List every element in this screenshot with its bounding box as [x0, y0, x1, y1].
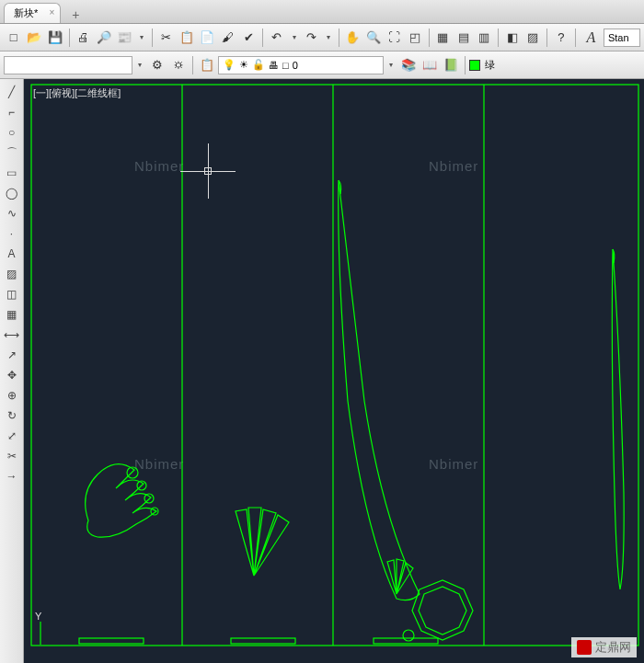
- trim-tool[interactable]: ✂: [3, 447, 21, 465]
- separator: [546, 29, 547, 47]
- svg-marker-8: [412, 580, 473, 640]
- tab-label: 新块*: [14, 6, 38, 20]
- settings-button[interactable]: ⚙: [147, 55, 167, 75]
- document-tab[interactable]: 新块* ×: [4, 3, 61, 23]
- point-tool[interactable]: ·: [3, 224, 21, 243]
- draw-toolbar: ╱ ⌐ ○ ⌒ ▭ ◯ ∿ · A ▨ ◫ ▦ ⟷ ↗ ✥ ⊕ ↻ ⤢ ✂ →: [0, 79, 24, 663]
- tab-bar: 新块* × +: [0, 0, 644, 24]
- scale-tool[interactable]: ⤢: [3, 427, 21, 445]
- dropdown-icon[interactable]: ▾: [135, 33, 148, 41]
- svg-rect-10: [79, 638, 144, 644]
- plot-button[interactable]: 📰: [115, 28, 135, 48]
- footer-logo-icon: [577, 640, 592, 655]
- layer-dropdown[interactable]: 💡 ☀ 🔓 🖶 □ 0: [218, 56, 384, 74]
- dropdown-icon[interactable]: ▾: [288, 33, 301, 41]
- layer-toolbar: ▾ ⚙ ⛭ 📋 💡 ☀ 🔓 🖶 □ 0 ▾ 📚 📖 📗 绿: [0, 51, 644, 79]
- drawing-canvas[interactable]: [一][俯视][二维线框] Nbimer Nbimer Nbimer Nbime…: [24, 79, 644, 663]
- text-style-input[interactable]: [604, 29, 640, 47]
- color-swatch[interactable]: [469, 60, 480, 71]
- redo-button[interactable]: ↷: [301, 28, 321, 48]
- circle-tool[interactable]: ○: [3, 123, 21, 142]
- svg-text:Y: Y: [35, 611, 42, 622]
- bulb-icon: 💡: [223, 59, 236, 71]
- line-tool[interactable]: ╱: [3, 83, 21, 101]
- svg-rect-12: [374, 638, 438, 644]
- dimension-tool[interactable]: ⟷: [3, 326, 21, 344]
- text-style-icon[interactable]: A: [580, 28, 603, 48]
- new-button[interactable]: □: [4, 28, 24, 48]
- print-button[interactable]: 🖨: [74, 28, 94, 48]
- separator: [465, 56, 466, 74]
- viewport-label[interactable]: [一][俯视][二维线框]: [33, 86, 121, 100]
- ellipse-tool[interactable]: ◯: [3, 184, 21, 202]
- footer-watermark: 定鼎网: [571, 637, 637, 657]
- lock-icon: 🔓: [252, 59, 265, 71]
- dropdown-icon[interactable]: ▾: [133, 61, 146, 69]
- hatch-button[interactable]: ▨: [523, 28, 544, 48]
- copy-button[interactable]: 📋: [177, 28, 197, 48]
- zoom-window-button[interactable]: ◰: [405, 28, 425, 48]
- block-tool[interactable]: ◫: [3, 285, 21, 303]
- separator: [262, 29, 263, 47]
- plot-icon: 🖶: [269, 60, 279, 71]
- layer-name: 0: [293, 60, 298, 71]
- command-input[interactable]: [4, 56, 132, 74]
- svg-rect-0: [31, 85, 638, 646]
- save-button[interactable]: 💾: [45, 28, 65, 48]
- hatch-tool[interactable]: ▨: [3, 265, 21, 283]
- extend-tool[interactable]: →: [3, 467, 21, 486]
- separator: [152, 29, 153, 47]
- pan-button[interactable]: ✋: [343, 28, 363, 48]
- undo-button[interactable]: ↶: [267, 28, 287, 48]
- cut-button[interactable]: ✂: [156, 28, 177, 48]
- svg-rect-11: [231, 638, 295, 644]
- table-tool[interactable]: ▦: [3, 305, 21, 324]
- rectangle-tool[interactable]: ▭: [3, 164, 21, 182]
- zoom-extents-button[interactable]: ⛶: [385, 28, 405, 48]
- separator: [498, 29, 499, 47]
- color-icon: □: [282, 60, 289, 71]
- separator: [429, 29, 430, 47]
- new-tab-button[interactable]: +: [66, 6, 85, 23]
- open-button[interactable]: 📂: [25, 28, 45, 48]
- help-button[interactable]: ?: [551, 28, 571, 48]
- spline-tool[interactable]: ∿: [3, 204, 21, 223]
- tool-palette-button[interactable]: ▥: [475, 28, 495, 48]
- layer-tool-3[interactable]: 📗: [441, 55, 461, 75]
- design-center-button[interactable]: ▤: [454, 28, 474, 48]
- svg-point-6: [144, 494, 154, 503]
- paste-button[interactable]: 📄: [198, 28, 218, 48]
- footer-text: 定鼎网: [595, 639, 631, 656]
- paint-button[interactable]: 🖌: [218, 28, 238, 48]
- match-button[interactable]: ✔: [239, 28, 259, 48]
- text-tool[interactable]: A: [3, 245, 21, 263]
- move-tool[interactable]: ✥: [3, 366, 21, 384]
- layer-tool-1[interactable]: 📚: [398, 55, 419, 75]
- workspace: ╱ ⌐ ○ ⌒ ▭ ◯ ∿ · A ▨ ◫ ▦ ⟷ ↗ ✥ ⊕ ↻ ⤢ ✂ → …: [0, 79, 644, 663]
- separator: [339, 29, 339, 47]
- svg-point-13: [403, 630, 414, 641]
- separator: [69, 29, 70, 47]
- main-toolbar: □ 📂 💾 🖨 🔎 📰 ▾ ✂ 📋 📄 🖌 ✔ ↶ ▾ ↷ ▾ ✋ 🔍 ⛶ ◰ …: [0, 24, 644, 51]
- zoom-button[interactable]: 🔍: [363, 28, 384, 48]
- layer-manager-button[interactable]: 📋: [197, 55, 217, 75]
- color-name: 绿: [485, 58, 495, 72]
- polyline-tool[interactable]: ⌐: [3, 103, 21, 121]
- preview-button[interactable]: 🔎: [94, 28, 114, 48]
- separator: [575, 29, 576, 47]
- dropdown-icon[interactable]: ▾: [385, 61, 397, 69]
- copy-tool[interactable]: ⊕: [3, 386, 21, 405]
- separator: [192, 56, 193, 74]
- dropdown-icon[interactable]: ▾: [322, 33, 335, 41]
- rotate-tool[interactable]: ↻: [3, 406, 21, 425]
- sun-icon: ☀: [239, 59, 248, 71]
- block-button[interactable]: ◧: [502, 28, 523, 48]
- gear-button[interactable]: ⛭: [168, 55, 189, 75]
- leader-tool[interactable]: ↗: [3, 346, 21, 364]
- layer-tool-2[interactable]: 📖: [420, 55, 440, 75]
- svg-marker-9: [419, 587, 466, 634]
- cad-drawing: Y: [24, 79, 644, 663]
- arc-tool[interactable]: ⌒: [3, 143, 21, 162]
- close-icon[interactable]: ×: [49, 7, 54, 17]
- properties-button[interactable]: ▦: [433, 28, 454, 48]
